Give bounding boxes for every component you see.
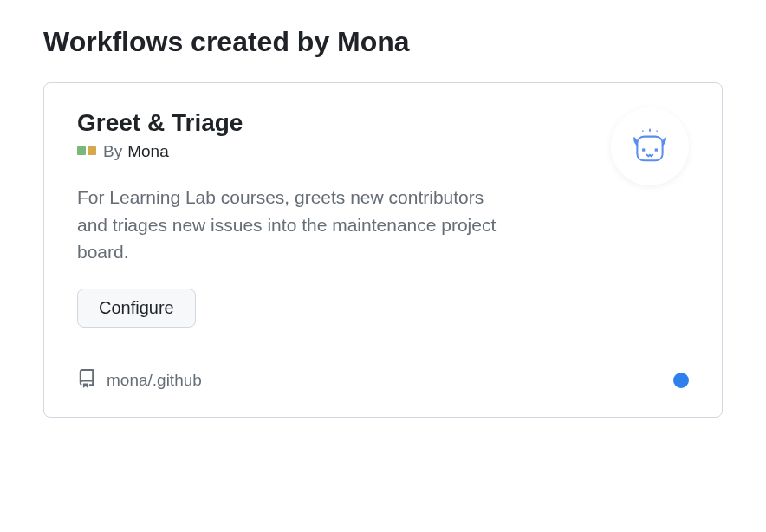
by-label: By	[103, 142, 122, 161]
workflow-title: Greet & Triage	[77, 109, 611, 137]
workflow-description: For Learning Lab courses, greets new con…	[77, 184, 510, 266]
svg-rect-0	[77, 146, 86, 155]
author-avatar-icon	[77, 144, 98, 159]
svg-rect-1	[88, 146, 96, 155]
repo-icon	[77, 369, 96, 393]
status-indicator	[673, 373, 689, 388]
workflow-byline: By Mona	[77, 142, 611, 161]
svg-rect-5	[655, 148, 658, 151]
card-header-left: Greet & Triage By Mona For Learning Lab …	[77, 109, 611, 328]
svg-point-3	[656, 130, 658, 132]
svg-rect-4	[642, 148, 645, 151]
repo-name: mona/.github	[107, 371, 202, 390]
card-footer: mona/.github	[77, 369, 689, 393]
page-title: Workflows created by Mona	[43, 26, 723, 58]
repo-reference[interactable]: mona/.github	[77, 369, 202, 393]
card-header: Greet & Triage By Mona For Learning Lab …	[77, 109, 689, 328]
workflow-card: Greet & Triage By Mona For Learning Lab …	[43, 82, 723, 418]
author-name[interactable]: Mona	[127, 142, 169, 161]
svg-point-2	[642, 130, 644, 132]
creator-avatar-icon	[611, 107, 689, 185]
configure-button[interactable]: Configure	[77, 289, 196, 328]
